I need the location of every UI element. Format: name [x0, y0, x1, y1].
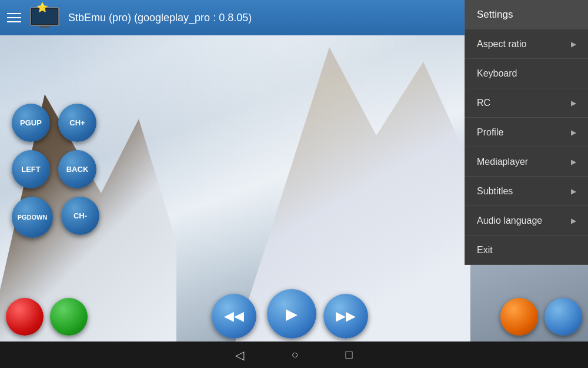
- blue-button[interactable]: [544, 298, 582, 336]
- recents-nav-icon[interactable]: □: [346, 348, 353, 362]
- chevron-icon-rc: ▶: [571, 99, 576, 107]
- forward-button[interactable]: ▶▶: [323, 294, 368, 339]
- pgup-button[interactable]: PGUP: [12, 104, 50, 142]
- menu-label-exit: Exit: [477, 245, 493, 256]
- menu-item-aspect-ratio[interactable]: Aspect ratio ▶: [465, 29, 588, 59]
- menu-label-settings: Settings: [477, 9, 513, 21]
- menu-item-mediaplayer[interactable]: Mediaplayer ▶: [465, 147, 588, 177]
- header-bar: ⭐ StbEmu (pro) (googleplay_pro : 0.8.05): [0, 0, 465, 35]
- menu-item-rc[interactable]: RC ▶: [465, 88, 588, 118]
- menu-item-audio-language[interactable]: Audio language ▶: [465, 206, 588, 236]
- menu-label-mediaplayer: Mediaplayer: [477, 157, 528, 167]
- orange-button[interactable]: [500, 298, 538, 336]
- ch-minus-button[interactable]: CH-: [61, 197, 99, 235]
- controls-row-3: PGDOWN CH-: [12, 197, 99, 238]
- controls-row-1: PGUP CH+: [12, 104, 96, 142]
- menu-label-keyboard: Keyboard: [477, 68, 517, 79]
- nav-bar: ◁ ○ □: [0, 342, 588, 368]
- menu-item-profile[interactable]: Profile ▶: [465, 118, 588, 147]
- svg-rect-2: [40, 26, 49, 28]
- controls-area: PGUP CH+ LEFT BACK PGDOWN CH-: [0, 35, 147, 306]
- tv-icon-container: ⭐: [29, 5, 60, 30]
- menu-item-subtitles[interactable]: Subtitles ▶: [465, 177, 588, 206]
- left-button[interactable]: LEFT: [12, 150, 50, 188]
- rewind-button[interactable]: ◀◀: [212, 294, 256, 339]
- menu-item-keyboard[interactable]: Keyboard: [465, 59, 588, 88]
- menu-item-settings[interactable]: Settings: [465, 0, 588, 29]
- chevron-icon-profile: ▶: [571, 128, 576, 137]
- star-badge: ⭐: [36, 2, 48, 13]
- back-button[interactable]: BACK: [58, 150, 96, 188]
- menu-label-audio-language: Audio language: [477, 216, 542, 226]
- chevron-icon-subtitles: ▶: [571, 187, 576, 195]
- ch-plus-button[interactable]: CH+: [58, 104, 96, 142]
- menu-label-rc: RC: [477, 98, 490, 108]
- red-button[interactable]: [6, 298, 44, 336]
- hamburger-icon[interactable]: [7, 13, 21, 22]
- menu-label-aspect-ratio: Aspect ratio: [477, 39, 526, 49]
- controls-row-2: LEFT BACK: [12, 150, 96, 188]
- green-button[interactable]: [50, 298, 88, 336]
- chevron-icon-audio: ▶: [571, 217, 576, 225]
- pgdown-button[interactable]: PGDOWN: [12, 197, 53, 238]
- media-controls: ◀◀ ▶ ▶▶: [0, 286, 588, 339]
- chevron-icon-mediaplayer: ▶: [571, 158, 576, 166]
- menu-label-profile: Profile: [477, 127, 503, 138]
- home-nav-icon[interactable]: ○: [291, 348, 298, 362]
- menu-label-subtitles: Subtitles: [477, 186, 513, 197]
- back-nav-icon[interactable]: ◁: [235, 348, 244, 362]
- menu-item-exit[interactable]: Exit: [465, 236, 588, 265]
- chevron-icon: ▶: [571, 40, 576, 48]
- context-menu: Settings Aspect ratio ▶ Keyboard RC ▶ Pr…: [465, 0, 588, 265]
- play-button[interactable]: ▶: [267, 289, 316, 339]
- app-title: StbEmu (pro) (googleplay_pro : 0.8.05): [68, 12, 457, 24]
